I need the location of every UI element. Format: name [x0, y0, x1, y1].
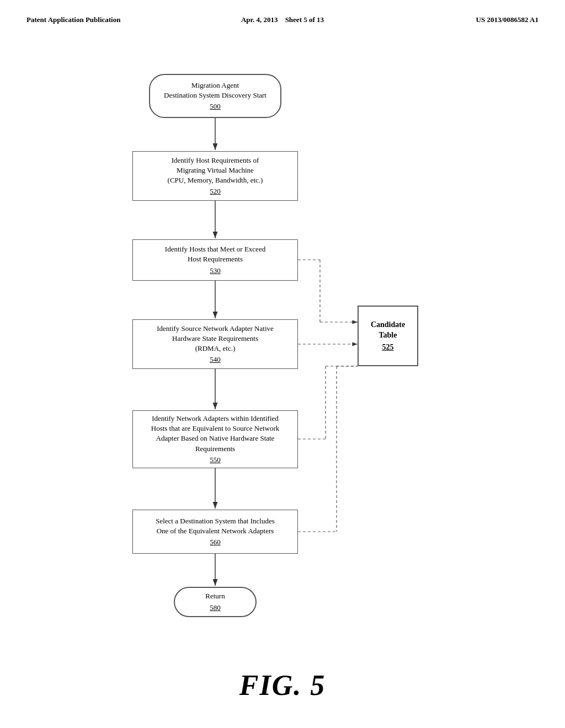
- publication-label: Patent Application Publication: [26, 15, 120, 24]
- node-540: Identify Source Network Adapter NativeHa…: [132, 319, 298, 369]
- node-520: Identify Host Requirements ofMigrating V…: [132, 151, 298, 201]
- date-label: Apr. 4, 2013: [241, 15, 278, 24]
- node-530-label: Identify Hosts that Meet or ExceedHost R…: [165, 244, 265, 264]
- header-left: Patent Application Publication: [26, 15, 197, 24]
- header-center: Apr. 4, 2013 Sheet 5 of 13: [197, 15, 367, 24]
- node-530-step: 530: [210, 266, 221, 276]
- header-right: US 2013/0086582 A1: [368, 15, 539, 24]
- node-550-label: Identify Network Adapters within Identif…: [151, 414, 280, 454]
- patent-number: US 2013/0086582 A1: [476, 15, 539, 24]
- node-550: Identify Network Adapters within Identif…: [132, 410, 298, 468]
- candidate-label: CandidateTable: [371, 319, 405, 341]
- node-560: Select a Destination System that Include…: [132, 510, 298, 554]
- node-580-step: 580: [210, 603, 221, 613]
- node-550-step: 550: [210, 455, 221, 465]
- node-520-label: Identify Host Requirements ofMigrating V…: [168, 156, 263, 186]
- node-520-step: 520: [210, 186, 221, 196]
- candidate-table: CandidateTable 525: [358, 306, 418, 366]
- diagram-area: Migration AgentDestination System Discov…: [0, 35, 565, 642]
- node-500-step: 500: [210, 101, 221, 111]
- node-530: Identify Hosts that Meet or ExceedHost R…: [132, 239, 298, 281]
- node-540-step: 540: [210, 355, 221, 365]
- page-header: Patent Application Publication Apr. 4, 2…: [0, 0, 565, 24]
- node-560-step: 560: [210, 537, 221, 547]
- sheet-label: Sheet 5 of 13: [285, 15, 324, 24]
- node-560-label: Select a Destination System that Include…: [156, 516, 275, 536]
- node-500-label: Migration AgentDestination System Discov…: [164, 81, 266, 100]
- candidate-step: 525: [382, 342, 394, 353]
- node-580: Return 580: [174, 587, 257, 617]
- node-500: Migration AgentDestination System Discov…: [149, 74, 281, 118]
- flowchart: Migration AgentDestination System Discov…: [88, 57, 475, 598]
- node-580-label: Return: [205, 591, 225, 601]
- node-540-label: Identify Source Network Adapter NativeHa…: [157, 324, 274, 354]
- figure-label: FIG. 5: [239, 669, 326, 702]
